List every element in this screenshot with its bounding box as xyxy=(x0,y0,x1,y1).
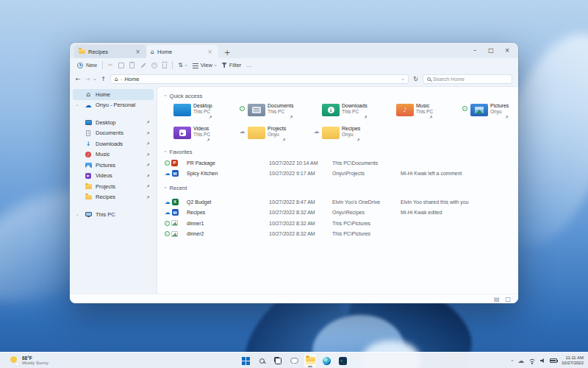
pin-icon xyxy=(146,195,150,199)
search-box[interactable] xyxy=(423,74,512,84)
share-icon[interactable] xyxy=(151,63,157,68)
search-icon xyxy=(259,358,265,364)
file-row-spicy-kitchen[interactable]: ☁ W Spicy Kitchen 10/27/2022 9:17 AM Ony… xyxy=(165,169,518,180)
sidebar-item-this-pc[interactable]: › This PC xyxy=(73,209,154,220)
minimize-button[interactable]: – xyxy=(467,47,483,54)
hidden-icons-chevron[interactable]: › xyxy=(509,360,515,362)
recent-locations-icon[interactable]: › xyxy=(93,78,98,80)
tile-music[interactable]: ♪ Music This PC xyxy=(387,102,458,119)
file-row-q2-budget[interactable]: ☁ X Q2 Budget 10/27/2022 8:47 AM Elvin Y… xyxy=(165,197,518,208)
tab-recipes[interactable]: Recipes × xyxy=(74,45,146,58)
close-tab-icon[interactable]: × xyxy=(134,49,142,55)
tile-name: Documents xyxy=(268,103,293,108)
sidebar-item-documents[interactable]: Documents xyxy=(73,128,154,139)
rename-icon[interactable] xyxy=(140,62,146,68)
view-button[interactable]: View › xyxy=(193,62,217,68)
onedrive-tray-icon[interactable]: ☁ xyxy=(517,358,524,364)
sidebar-item-onedrive[interactable]: › ☁ Onyu - Personal xyxy=(73,100,154,111)
tile-downloads[interactable]: ↓ Downloads This PC xyxy=(313,102,384,119)
file-row-recipes[interactable]: ☁ W Recipes 10/27/2022 8:32 AM Onyu\Reci… xyxy=(165,208,518,219)
sidebar-item-recipes[interactable]: Recipes xyxy=(73,192,154,203)
up-icon[interactable]: ↑ xyxy=(101,76,106,82)
refresh-icon[interactable]: ↻ xyxy=(413,76,418,82)
tile-name: Recipes xyxy=(342,126,360,131)
section-quick-access[interactable]: › Quick access xyxy=(165,91,518,101)
sidebar-item-projects[interactable]: Projects xyxy=(73,181,154,192)
file-row-dinner2[interactable]: ✓ dinner2 10/27/2022 8:32 AM This PC\Pic… xyxy=(165,229,518,240)
pin-icon xyxy=(146,174,150,178)
terminal-button[interactable]: >_ xyxy=(337,354,348,367)
tab-home[interactable]: ⌂ Home × xyxy=(146,45,218,58)
breadcrumb[interactable]: Home xyxy=(124,76,139,82)
expand-chevron-icon[interactable]: › xyxy=(76,212,81,217)
forward-icon[interactable]: → xyxy=(85,76,90,82)
toolbar-divider xyxy=(102,61,103,69)
address-field[interactable]: ⌂ › Home › xyxy=(110,74,409,84)
delete-icon[interactable] xyxy=(162,63,168,69)
wifi-icon[interactable] xyxy=(528,358,536,364)
maximize-button[interactable]: □ xyxy=(483,47,499,54)
sidebar-item-music[interactable]: ♪ Music xyxy=(73,149,154,160)
paste-icon[interactable] xyxy=(129,62,135,68)
cloud-status-icon: ☁ xyxy=(165,199,171,205)
section-recent[interactable]: › Recent xyxy=(165,183,518,193)
copy-icon[interactable] xyxy=(118,63,124,68)
clock[interactable]: 11:11 AM 10/27/2022 xyxy=(562,355,584,366)
chevron-down-icon[interactable]: › xyxy=(401,78,406,80)
file-location: Onyu\Recipes xyxy=(332,210,401,215)
tile-desktop[interactable]: Desktop This PC xyxy=(165,102,235,119)
search-button[interactable] xyxy=(256,354,268,367)
collapse-chevron-icon[interactable]: › xyxy=(162,95,168,97)
sidebar-item-home[interactable]: ⌂ Home xyxy=(73,89,154,100)
cloud-status-icon: ☁ xyxy=(240,129,245,135)
collapse-chevron-icon[interactable]: › xyxy=(162,151,168,153)
large-icons-view-icon[interactable]: □ xyxy=(505,296,511,302)
sort-button[interactable]: ⇅ › xyxy=(178,62,187,68)
search-input[interactable] xyxy=(433,77,508,82)
file-location: Onyu\Projects xyxy=(332,171,401,176)
section-favorites[interactable]: › Favorites xyxy=(165,146,518,157)
details-view-icon[interactable]: ▤ xyxy=(494,296,500,302)
folder-icon xyxy=(85,184,92,189)
image-file-icon xyxy=(171,220,178,226)
expand-chevron-icon[interactable]: › xyxy=(76,102,81,107)
task-view-button[interactable] xyxy=(272,354,284,367)
section-label: Quick access xyxy=(170,93,203,99)
tile-name: Desktop xyxy=(193,103,212,108)
cut-icon[interactable]: ✂ xyxy=(108,62,113,68)
sidebar-item-label: Recipes xyxy=(96,194,115,200)
back-icon[interactable]: ← xyxy=(76,76,81,82)
battery-icon[interactable] xyxy=(550,358,557,363)
tile-location: Onyu xyxy=(268,132,286,137)
edge-button[interactable] xyxy=(320,354,332,367)
start-button[interactable] xyxy=(240,354,251,367)
tile-recipes[interactable]: ☁ Recipes Onyu xyxy=(313,125,384,142)
collapse-chevron-icon[interactable]: › xyxy=(162,187,168,189)
sidebar-item-desktop[interactable]: Desktop xyxy=(73,117,154,128)
tile-videos[interactable]: ▶ Videos This PC xyxy=(165,125,235,142)
tile-projects[interactable]: ☁ Projects Onyu xyxy=(239,125,309,142)
sidebar-item-downloads[interactable]: ↓ Downloads xyxy=(73,138,154,149)
sidebar-item-videos[interactable]: ▶ Videos xyxy=(73,171,154,182)
volume-icon[interactable] xyxy=(540,358,545,363)
powerpoint-icon: P xyxy=(171,160,178,166)
weather-widget[interactable]: ☁ 68°F Mostly Sunny xyxy=(10,353,49,368)
new-tab-button[interactable]: + xyxy=(224,49,230,57)
file-name: dinner1 xyxy=(187,221,269,226)
filter-button[interactable]: Filter xyxy=(222,62,242,68)
close-tab-icon[interactable]: × xyxy=(206,49,214,55)
tile-pictures[interactable]: ✓ Pictures Onyu xyxy=(462,102,518,119)
new-button[interactable]: New xyxy=(77,62,97,68)
file-explorer-button[interactable] xyxy=(304,354,316,367)
chat-button[interactable] xyxy=(288,354,300,367)
file-row-pr-package[interactable]: ✓ P PR Package 10/27/2022 10:14 AM This … xyxy=(165,158,518,169)
close-button[interactable]: × xyxy=(499,47,515,54)
file-row-dinner1[interactable]: ✓ dinner1 10/27/2022 8:32 AM This PC\Pic… xyxy=(165,218,518,229)
check-status-icon: ✓ xyxy=(165,160,170,166)
tray-date: 10/27/2022 xyxy=(562,361,584,366)
tile-documents[interactable]: ✓ Documents This PC xyxy=(239,102,309,119)
file-activity: Mi-Hi Kwak left a comment xyxy=(401,171,518,176)
sidebar-item-label: Pictures xyxy=(96,162,115,169)
more-options-button[interactable]: … xyxy=(246,62,252,68)
sidebar-item-pictures[interactable]: Pictures xyxy=(73,160,154,171)
